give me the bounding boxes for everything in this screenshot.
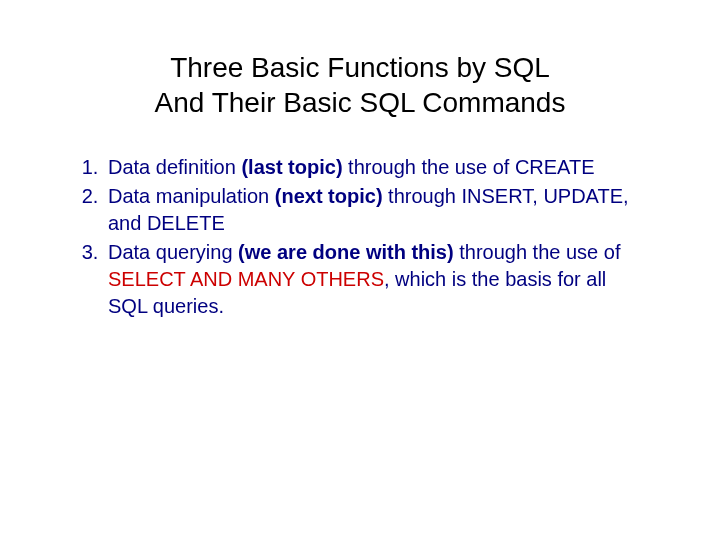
list-item: Data manipulation (next topic) through I… xyxy=(104,183,650,237)
item-bold: (next topic) xyxy=(275,185,383,207)
item-text: Data manipulation xyxy=(108,185,275,207)
item-text: through the use of xyxy=(454,241,621,263)
item-text: Data querying xyxy=(108,241,238,263)
item-text: through the use of CREATE xyxy=(343,156,595,178)
title-line-2: And Their Basic SQL Commands xyxy=(155,87,566,118)
item-highlight: SELECT AND MANY OTHERS xyxy=(108,268,384,290)
content-list: Data definition (last topic) through the… xyxy=(70,154,650,320)
item-text: Data definition xyxy=(108,156,241,178)
item-bold: (we are done with this) xyxy=(238,241,454,263)
slide: Three Basic Functions by SQL And Their B… xyxy=(0,0,720,540)
list-item: Data definition (last topic) through the… xyxy=(104,154,650,181)
title-line-1: Three Basic Functions by SQL xyxy=(170,52,550,83)
slide-title: Three Basic Functions by SQL And Their B… xyxy=(70,50,650,120)
item-bold: (last topic) xyxy=(241,156,342,178)
list-item: Data querying (we are done with this) th… xyxy=(104,239,650,320)
